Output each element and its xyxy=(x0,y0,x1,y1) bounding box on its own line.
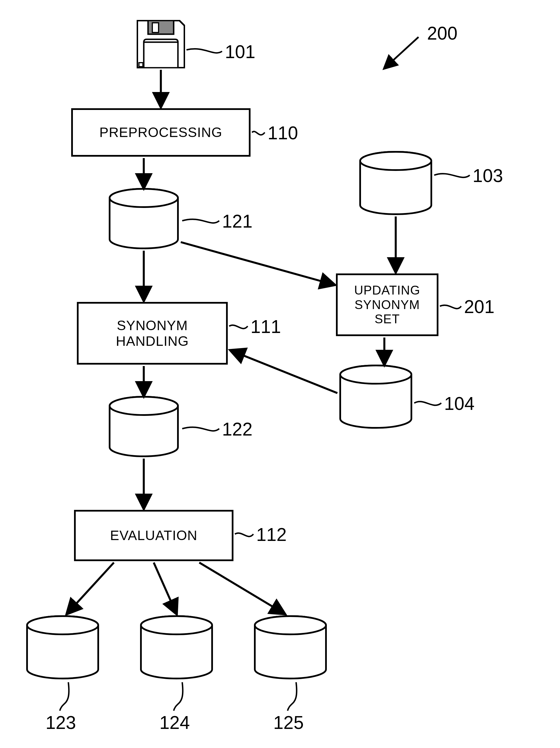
svg-line-24 xyxy=(67,563,114,614)
preprocessing-box: PREPROCESSING xyxy=(71,108,250,157)
svg-point-10 xyxy=(141,616,212,634)
db-123 xyxy=(26,615,100,681)
svg-point-12 xyxy=(255,616,326,634)
db-124 xyxy=(140,615,214,681)
evaluation-box: EVALUATION xyxy=(74,510,234,561)
ref-112: 112 xyxy=(256,524,287,545)
svg-rect-1 xyxy=(152,23,159,32)
db-103 xyxy=(359,151,433,216)
svg-rect-2 xyxy=(139,63,143,67)
ref-104: 104 xyxy=(444,393,474,414)
floppy-disk-icon xyxy=(137,20,185,68)
db-121 xyxy=(108,188,179,251)
preprocessing-label: PREPROCESSING xyxy=(99,124,222,140)
svg-line-29 xyxy=(230,350,337,393)
svg-point-4 xyxy=(109,189,178,207)
evaluation-label: EVALUATION xyxy=(110,528,198,543)
svg-point-16 xyxy=(340,366,411,384)
svg-line-25 xyxy=(154,563,176,614)
svg-point-14 xyxy=(360,152,431,170)
svg-line-21 xyxy=(181,242,335,285)
synonym-handling-box: SYNONYM HANDLING xyxy=(77,302,228,365)
db-122 xyxy=(108,396,179,459)
ref-103: 103 xyxy=(472,165,503,186)
db-104 xyxy=(339,365,413,430)
ref-123: 123 xyxy=(46,712,76,733)
db-125 xyxy=(253,615,327,681)
ref-111: 111 xyxy=(250,316,281,337)
ref-121: 121 xyxy=(222,211,252,232)
ref-122: 122 xyxy=(222,419,252,440)
svg-point-6 xyxy=(109,397,178,415)
ref-200: 200 xyxy=(427,23,458,44)
ref-110: 110 xyxy=(268,122,298,144)
updating-synonym-set-box: UPDATING SYNONYM SET xyxy=(336,274,438,336)
diagram-canvas: PREPROCESSING SYNONYM HANDLING EVALUATIO… xyxy=(0,0,560,748)
ref-201: 201 xyxy=(464,296,494,317)
ref-125: 125 xyxy=(273,712,304,733)
ref-101: 101 xyxy=(225,41,255,62)
svg-line-26 xyxy=(199,563,285,614)
svg-line-17 xyxy=(384,37,418,68)
synonym-handling-label: SYNONYM HANDLING xyxy=(116,318,189,349)
svg-point-8 xyxy=(27,616,98,634)
updating-synonym-set-label: UPDATING SYNONYM SET xyxy=(354,283,420,326)
ref-124: 124 xyxy=(160,712,190,733)
